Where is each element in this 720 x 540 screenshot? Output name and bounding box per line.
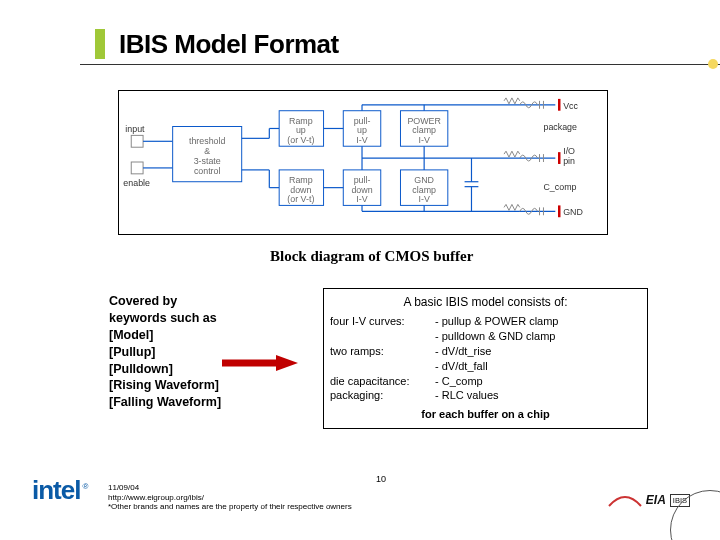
svg-text:control: control (194, 166, 221, 176)
svg-text:&: & (204, 146, 210, 156)
svg-text:I-V: I-V (418, 194, 429, 204)
line: [Model] (109, 327, 279, 344)
row-value: - dV/dt_rise (435, 344, 641, 359)
footer: intel® 11/09/04 http://www.eigroup.org/i… (0, 476, 720, 522)
row-value: - pullup & POWER clamp (435, 314, 641, 329)
label-ccomp: C_comp (543, 182, 576, 192)
svg-text:I-V: I-V (418, 135, 429, 145)
svg-marker-65 (276, 355, 298, 371)
svg-text:up: up (357, 125, 367, 135)
label-vcc: Vcc (563, 101, 578, 111)
model-contents-box: A basic IBIS model consists of: four I-V… (323, 288, 648, 429)
label-iopin: I/O (563, 146, 575, 156)
svg-text:(or V-t): (or V-t) (287, 194, 314, 204)
box-title: A basic IBIS model consists of: (330, 294, 641, 310)
line: [Falling Waveform] (109, 394, 279, 411)
footer-disclaimer: *Other brands and names are the property… (108, 502, 352, 512)
row-value: - dV/dt_fall (435, 359, 641, 374)
svg-text:down: down (290, 185, 311, 195)
box-footer: for each buffer on a chip (330, 407, 641, 422)
svg-rect-1 (131, 162, 143, 174)
line: [Rising Waveform] (109, 377, 279, 394)
diagram-caption: Block diagram of CMOS buffer (270, 248, 473, 265)
svg-text:clamp: clamp (412, 125, 436, 135)
svg-text:pull-: pull- (354, 175, 371, 185)
svg-text:POWER: POWER (407, 116, 440, 126)
svg-text:Ramp: Ramp (289, 175, 313, 185)
footer-date: 11/09/04 (108, 483, 352, 493)
svg-rect-0 (131, 135, 143, 147)
intel-logo: intel® (32, 475, 87, 506)
label-enable: enable (123, 178, 150, 188)
title-rule (80, 64, 720, 65)
title-accent (95, 29, 105, 59)
package-rlc (504, 98, 543, 215)
line: keywords such as (109, 310, 279, 327)
svg-text:down: down (351, 185, 372, 195)
title-bar: IBIS Model Format (95, 22, 690, 66)
row-value: - RLC values (435, 388, 641, 403)
label-input: input (125, 124, 145, 134)
svg-text:3-state: 3-state (194, 156, 221, 166)
row-value: - pulldown & GND clamp (435, 329, 641, 344)
block-diagram: input enable threshold & 3-state control… (118, 90, 608, 235)
svg-text:(or V-t): (or V-t) (287, 135, 314, 145)
svg-text:GND: GND (414, 175, 434, 185)
svg-text:I-V: I-V (356, 194, 367, 204)
footer-url: http://www.eigroup.org/ibis/ (108, 493, 352, 503)
svg-text:clamp: clamp (412, 185, 436, 195)
svg-text:threshold: threshold (189, 136, 226, 146)
svg-text:I-V: I-V (356, 135, 367, 145)
arrow-icon (220, 354, 300, 372)
svg-text:pin: pin (563, 156, 575, 166)
row-label: packaging: (330, 388, 435, 403)
svg-text:Ramp: Ramp (289, 116, 313, 126)
svg-text:pull-: pull- (354, 116, 371, 126)
footer-text: 11/09/04 http://www.eigroup.org/ibis/ *O… (108, 483, 352, 512)
slide-number: 10 (376, 474, 386, 484)
row-label: die capacitance: (330, 374, 435, 389)
label-gnd: GND (563, 207, 583, 217)
row-value: - C_comp (435, 374, 641, 389)
row-label: two ramps: (330, 344, 435, 374)
keywords-text: Covered by keywords such as [Model] [Pul… (109, 293, 279, 411)
line: Covered by (109, 293, 279, 310)
label-package: package (543, 122, 577, 132)
svg-text:up: up (296, 125, 306, 135)
slide-title: IBIS Model Format (119, 29, 339, 60)
row-label: four I-V curves: (330, 314, 435, 344)
